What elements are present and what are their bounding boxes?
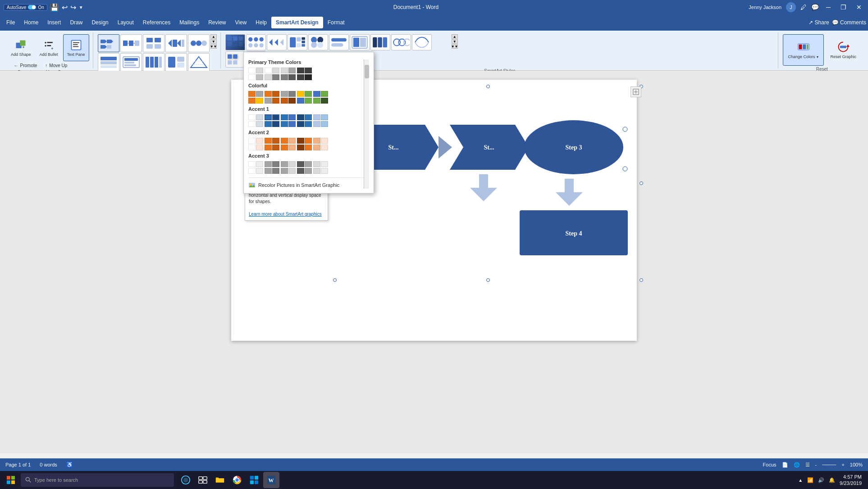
swatch-green-3[interactable] bbox=[305, 98, 312, 104]
swatch-a3-white[interactable] bbox=[248, 161, 256, 167]
swatch-a2-white[interactable] bbox=[248, 138, 256, 144]
swatch-gray-1[interactable] bbox=[256, 68, 263, 73]
swatch-a2-dorange1[interactable] bbox=[272, 138, 279, 144]
swatch-green-4[interactable] bbox=[313, 98, 320, 104]
menu-references[interactable]: References bbox=[138, 17, 175, 28]
swatch-gray-4[interactable] bbox=[256, 74, 263, 80]
layout-item-2[interactable] bbox=[120, 34, 142, 52]
swatch-a2-vlorange[interactable] bbox=[321, 138, 328, 144]
undo-icon[interactable]: ↩ bbox=[62, 3, 68, 12]
smartart-style-9[interactable] bbox=[391, 34, 411, 50]
comment-icon[interactable]: 💬 bbox=[811, 4, 819, 11]
taskbar-task-view[interactable] bbox=[195, 472, 211, 488]
smartart-style-8[interactable] bbox=[370, 34, 390, 50]
swatch-darkgray-2[interactable] bbox=[288, 74, 296, 80]
swatch-a2-orange2[interactable] bbox=[281, 138, 288, 144]
swatch-a1r2-blue2[interactable] bbox=[281, 121, 288, 127]
share-icon[interactable]: 🖊 bbox=[800, 4, 807, 11]
swatch-gray-c2[interactable] bbox=[281, 91, 288, 97]
layouts-scrollbar[interactable]: ▲ ▼ ▼▼ bbox=[210, 34, 217, 49]
swatch-a2r2-dorange[interactable] bbox=[272, 145, 279, 150]
swatch-a3-lgray2[interactable] bbox=[288, 161, 296, 167]
swatch-a1-lblue2[interactable] bbox=[321, 114, 328, 120]
taskbar-word[interactable]: W bbox=[263, 472, 279, 488]
volume-icon[interactable]: 🔊 bbox=[818, 477, 824, 483]
shape-handle-tr[interactable] bbox=[623, 127, 627, 131]
swatch-dgreen-1[interactable] bbox=[321, 98, 328, 104]
menu-file[interactable]: File bbox=[2, 17, 19, 28]
swatch-white-2[interactable] bbox=[265, 68, 272, 73]
layout-item-9[interactable] bbox=[165, 53, 187, 71]
share-button[interactable]: ↗ Jenny JacksonShare bbox=[809, 19, 829, 26]
swatch-a1-blue1[interactable] bbox=[265, 114, 272, 120]
save-icon[interactable]: 💾 bbox=[50, 3, 59, 12]
recolor-pictures-button[interactable]: Recolor Pictures in SmartArt Graphic bbox=[248, 177, 369, 189]
swatch-a1r2-dblue2[interactable] bbox=[297, 121, 304, 127]
swatch-a3r2-gray3[interactable] bbox=[305, 168, 312, 174]
move-up-button[interactable]: ↑ Move Up bbox=[42, 62, 70, 69]
swatch-a3-gray2[interactable] bbox=[281, 161, 288, 167]
menu-draw[interactable]: Draw bbox=[65, 17, 87, 28]
smartart-style-1[interactable] bbox=[225, 34, 245, 50]
close-button[interactable]: ✕ bbox=[854, 4, 864, 11]
swatch-a3-dgray1[interactable] bbox=[272, 161, 279, 167]
print-layout-icon[interactable]: 📄 bbox=[782, 462, 788, 468]
swatch-gray-c3[interactable] bbox=[265, 98, 272, 104]
menu-layout[interactable]: Layout bbox=[113, 17, 138, 28]
layout-item-1[interactable] bbox=[98, 34, 119, 52]
menu-home[interactable]: Home bbox=[19, 17, 43, 28]
restore-button[interactable]: ❐ bbox=[838, 4, 849, 11]
tray-up-arrow[interactable]: ▲ bbox=[798, 478, 803, 483]
quick-access-more[interactable]: ▼ bbox=[79, 5, 83, 10]
shape-handle-br[interactable] bbox=[623, 167, 627, 171]
menu-view[interactable]: View bbox=[231, 17, 251, 28]
taskbar-explorer[interactable] bbox=[212, 472, 228, 488]
styles-scroll-up[interactable]: ▲ bbox=[452, 34, 458, 39]
swatch-a3r2-white[interactable] bbox=[248, 168, 256, 174]
swatch-a2-lorange2[interactable] bbox=[288, 138, 296, 144]
styles-scroll-expand[interactable]: ▼▼ bbox=[452, 44, 458, 49]
swatch-green-1[interactable] bbox=[305, 91, 312, 97]
menu-design[interactable]: Design bbox=[87, 17, 113, 28]
promote-button[interactable]: ← Promote bbox=[11, 62, 40, 69]
swatch-a1-dblue1[interactable] bbox=[272, 114, 279, 120]
scroll-up-btn[interactable]: ▲ bbox=[210, 34, 217, 39]
swatch-a1r2-white[interactable] bbox=[248, 121, 256, 127]
smartart-styles-scrollbar[interactable]: ▲ ▼ ▼▼ bbox=[452, 34, 458, 49]
swatch-a1-blue4[interactable] bbox=[305, 114, 312, 120]
swatch-a1-dblue2[interactable] bbox=[297, 114, 304, 120]
swatch-midgray-1[interactable] bbox=[272, 74, 279, 80]
menu-insert[interactable]: Insert bbox=[43, 17, 65, 28]
swatch-a2-lorange[interactable] bbox=[256, 138, 263, 144]
start-button[interactable] bbox=[3, 472, 19, 488]
swatch-orange-3[interactable] bbox=[248, 98, 256, 104]
swatch-gray-c1[interactable] bbox=[256, 91, 263, 97]
swatch-a2-lorange3[interactable] bbox=[313, 138, 320, 144]
swatch-yellow-2[interactable] bbox=[256, 98, 263, 104]
swatch-dgray-c1[interactable] bbox=[288, 91, 296, 97]
change-colors-button[interactable]: Change Colors ▼ bbox=[783, 34, 824, 66]
redo-icon[interactable]: ↪ bbox=[70, 3, 76, 12]
swatch-a2r2-orange1[interactable] bbox=[265, 145, 272, 150]
swatch-a2r2-vlorange[interactable] bbox=[321, 145, 328, 150]
swatch-darkgray-1[interactable] bbox=[288, 68, 296, 73]
zoom-in-btn[interactable]: + bbox=[841, 462, 844, 467]
smartart-style-11[interactable] bbox=[225, 51, 245, 68]
swatch-a1-lgray[interactable] bbox=[256, 114, 263, 120]
swatch-a1r2-lblue2[interactable] bbox=[321, 121, 328, 127]
swatch-a2-orange3[interactable] bbox=[305, 138, 312, 144]
swatch-a2r2-lorange[interactable] bbox=[256, 145, 263, 150]
smartart-style-10[interactable] bbox=[412, 34, 432, 50]
layout-item-7[interactable] bbox=[120, 53, 142, 71]
swatch-a1-blue3[interactable] bbox=[288, 114, 296, 120]
swatch-a2-brown[interactable] bbox=[297, 138, 304, 144]
menu-help[interactable]: Help bbox=[251, 17, 271, 28]
menu-review[interactable]: Review bbox=[204, 17, 230, 28]
swatch-a1-blue2[interactable] bbox=[281, 114, 288, 120]
swatch-a1r2-blue1[interactable] bbox=[265, 121, 272, 127]
smartart-style-3[interactable] bbox=[267, 34, 287, 50]
smartart-style-2[interactable] bbox=[246, 34, 266, 50]
smartart-style-6[interactable] bbox=[329, 34, 349, 50]
swatch-vdark-1[interactable] bbox=[305, 74, 312, 80]
swatch-a2-orange1[interactable] bbox=[265, 138, 272, 144]
